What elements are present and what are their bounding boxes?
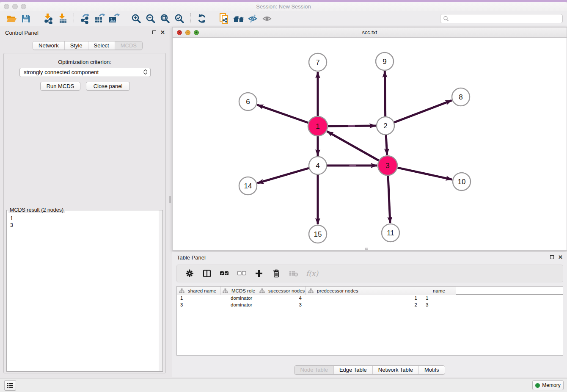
table-toolbar: f(x) (176, 265, 563, 282)
node-11[interactable]: 11 (382, 224, 399, 242)
cell-predecessor-nodes[interactable]: 2 (306, 301, 422, 308)
close-table-panel-icon[interactable]: ✕ (558, 255, 563, 259)
cell-predecessor-nodes[interactable]: 1 (306, 295, 422, 301)
node-7[interactable]: 7 (309, 53, 327, 71)
column-header-successor-nodes[interactable]: successor nodes (257, 287, 306, 295)
node-8[interactable]: 8 (452, 88, 470, 106)
window-close-button[interactable] (4, 4, 9, 9)
close-panel-icon[interactable]: ✕ (160, 30, 165, 35)
search-input[interactable] (449, 16, 560, 22)
memory-label: Memory (542, 382, 560, 388)
window-zoom-button[interactable] (21, 4, 26, 9)
export-table-button[interactable] (92, 12, 107, 25)
table-options-button[interactable] (184, 268, 195, 279)
delete-table-button[interactable] (289, 268, 299, 279)
edge-2-3[interactable] (386, 135, 387, 155)
tab-mcds[interactable]: MCDS (115, 41, 142, 50)
zoom-fit-button[interactable] (158, 12, 172, 25)
column-header-shared-name[interactable]: shared name (177, 287, 220, 295)
svg-text:6: 6 (246, 98, 250, 106)
mcds-panel: Optimization criterion: strongly connect… (3, 53, 166, 373)
open-session-button[interactable] (4, 12, 19, 25)
search-field[interactable] (440, 14, 563, 23)
tab-style[interactable]: Style (64, 41, 88, 50)
tab-edge-table[interactable]: Edge Table (333, 366, 372, 374)
frame-close-button[interactable]: ✕ (177, 30, 182, 35)
memory-button[interactable]: Memory (532, 380, 564, 390)
result-scrollbar[interactable] (159, 210, 162, 371)
cell-shared-name[interactable]: 3 (177, 301, 220, 308)
import-table-button[interactable] (55, 12, 70, 25)
window-minimize-button[interactable] (12, 4, 18, 9)
cell-name[interactable]: 3 (422, 301, 456, 308)
tab-network[interactable]: Network (33, 41, 64, 50)
edge-3-11[interactable] (388, 176, 390, 223)
cell-name[interactable]: 1 (422, 295, 456, 301)
zoom-out-button[interactable] (143, 12, 158, 25)
node-14[interactable]: 14 (239, 177, 257, 195)
tab-node-table[interactable]: Node Table (295, 366, 333, 374)
cell-shared-name[interactable]: 1 (177, 295, 220, 301)
node-15[interactable]: 15 (309, 225, 327, 243)
edge-3-10[interactable] (398, 168, 452, 179)
toolbar-separator (74, 13, 74, 24)
mcds-result-text[interactable]: 13 (8, 214, 162, 370)
run-mcds-button[interactable]: Run MCDS (40, 82, 80, 91)
panel-divider-handle[interactable] (169, 196, 171, 203)
close-panel-button[interactable]: Close panel (86, 82, 130, 91)
add-column-button[interactable] (254, 268, 264, 279)
edge-2-8[interactable] (394, 100, 452, 122)
tab-select[interactable]: Select (88, 41, 115, 50)
network-canvas[interactable]: 7968124314101511 (173, 38, 567, 250)
select-all-rows-button[interactable] (219, 268, 229, 279)
network-graph[interactable]: 7968124314101511 (173, 38, 567, 250)
refresh-view-button[interactable] (195, 12, 209, 25)
node-6[interactable]: 6 (239, 93, 257, 110)
zoom-in-button[interactable] (129, 12, 143, 25)
resize-grip[interactable] (365, 248, 368, 250)
cell-mcds-role[interactable]: dominator (220, 301, 257, 308)
frame-minimize-button[interactable]: – (185, 30, 190, 35)
node-3[interactable]: 3 (378, 156, 397, 175)
float-panel-icon[interactable] (152, 30, 156, 34)
toolbar-separator (190, 13, 191, 24)
function-builder-icon[interactable]: f(x) (306, 269, 318, 278)
frame-maximize-button[interactable]: + (194, 30, 199, 35)
column-header-mcds-role[interactable]: MCDS role (220, 287, 257, 295)
hide-graphics-details-button[interactable] (246, 12, 260, 25)
import-network-button[interactable] (41, 12, 55, 25)
cell-successor-nodes[interactable]: 4 (257, 295, 306, 301)
tab-motifs[interactable]: Motifs (418, 366, 445, 374)
export-network-button[interactable] (78, 12, 92, 25)
cell-successor-nodes[interactable]: 3 (257, 301, 306, 308)
show-graphics-details-button[interactable] (260, 12, 275, 25)
node-9[interactable]: 9 (376, 52, 394, 70)
edge-2-9[interactable] (385, 71, 385, 116)
zoom-selected-button[interactable] (172, 12, 187, 25)
network-from-file-button[interactable] (217, 12, 231, 25)
node-10[interactable]: 10 (453, 173, 471, 190)
column-header-predecessor-nodes[interactable]: predecessor nodes (306, 287, 422, 295)
export-image-button[interactable] (107, 12, 121, 25)
edge-4-14[interactable] (257, 168, 309, 183)
network-view-titlebar[interactable]: scc.txt ✕ – + (173, 28, 567, 38)
edge-1-6[interactable] (257, 105, 308, 123)
cell-mcds-role[interactable]: dominator (220, 295, 257, 301)
node-1[interactable]: 1 (308, 116, 328, 136)
svg-text:2: 2 (383, 122, 387, 130)
task-history-button[interactable] (4, 380, 16, 391)
home-button[interactable] (231, 12, 246, 25)
table-row[interactable]: 1dominator411 (177, 295, 563, 301)
node-4[interactable]: 4 (309, 157, 327, 174)
edge-3-1[interactable] (327, 131, 379, 160)
table-row[interactable]: 3dominator323 (177, 301, 563, 308)
node-2[interactable]: 2 (377, 117, 394, 135)
criterion-select[interactable]: strongly connected component (19, 68, 151, 77)
float-table-panel-icon[interactable] (550, 255, 554, 259)
deselect-all-rows-button[interactable] (237, 268, 247, 279)
delete-columns-button[interactable] (271, 268, 281, 279)
tab-network-table[interactable]: Network Table (372, 366, 418, 374)
column-header-name[interactable]: name (422, 287, 456, 295)
format-columns-button[interactable] (202, 268, 212, 279)
save-session-button[interactable] (19, 12, 33, 25)
